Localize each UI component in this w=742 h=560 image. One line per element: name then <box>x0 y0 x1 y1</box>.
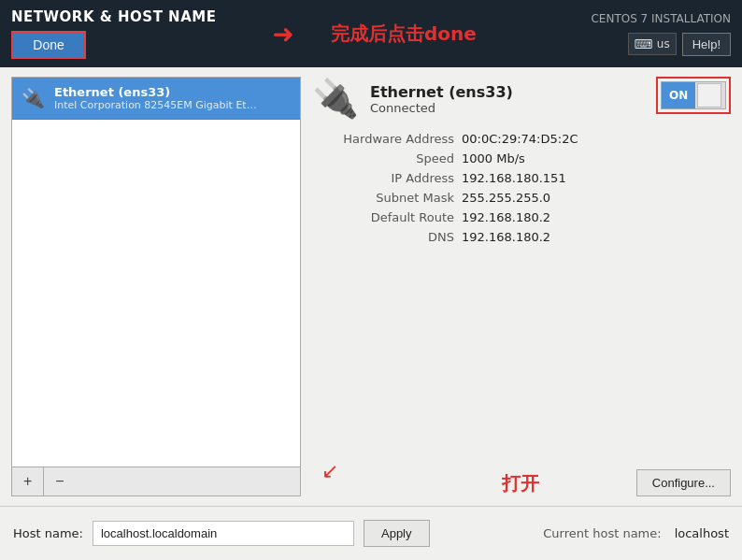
ethernet-detail-icon: 🔌 <box>312 77 359 121</box>
header-annotation: 完成后点击done <box>331 22 477 45</box>
subnet-mask-label: Subnet Mask <box>312 191 462 205</box>
detail-title-block: 🔌 Ethernet (ens33) Connected <box>312 77 513 121</box>
dns-value: 192.168.180.2 <box>462 230 550 244</box>
main-content: 🔌 Ethernet (ens33) Intel Corporation 825… <box>0 67 742 560</box>
detail-status: Connected <box>370 101 513 115</box>
apply-button[interactable]: Apply <box>364 520 430 547</box>
add-network-button[interactable]: + <box>12 467 44 495</box>
speed-row: Speed 1000 Mb/s <box>312 151 731 165</box>
current-hostname-value: localhost <box>675 526 729 540</box>
header-center: ➜ 完成后点击done <box>216 22 591 47</box>
current-hostname-label: Current host name: <box>543 526 661 540</box>
network-item-info: Ethernet (ens33) Intel Corporation 82545… <box>54 85 260 111</box>
header-left: NETWORK & HOST NAME Done <box>11 8 216 59</box>
network-toggle[interactable]: ON <box>661 81 726 109</box>
ethernet-list-icon: 🔌 <box>21 87 45 109</box>
list-item[interactable]: 🔌 Ethernet (ens33) Intel Corporation 825… <box>12 78 300 120</box>
detail-title: Ethernet (ens33) <box>370 83 513 101</box>
ip-address-row: IP Address 192.168.180.151 <box>312 171 731 185</box>
list-actions: + − <box>11 467 301 496</box>
subnet-mask-value: 255.255.255.0 <box>462 191 550 205</box>
hardware-address-label: Hardware Address <box>312 132 462 146</box>
speed-label: Speed <box>312 151 462 165</box>
header: NETWORK & HOST NAME Done ➜ 完成后点击done CEN… <box>0 0 742 67</box>
hardware-address-row: Hardware Address 00:0C:29:74:D5:2C <box>312 132 731 146</box>
arrow-down-icon: ↙ <box>321 459 338 482</box>
hostname-label: Host name: <box>13 526 83 540</box>
network-item-name: Ethernet (ens33) <box>54 85 260 99</box>
done-button[interactable]: Done <box>11 31 86 59</box>
header-controls: ⌨ us Help! <box>628 33 731 56</box>
header-right: CENTOS 7 INSTALLATION ⌨ us Help! <box>591 12 731 56</box>
bottom-bar: Host name: Apply Current host name: loca… <box>0 506 742 560</box>
configure-button[interactable]: Configure... <box>636 469 731 496</box>
toggle-on-label: ON <box>662 82 695 108</box>
dns-label: DNS <box>312 230 462 244</box>
hostname-input[interactable] <box>93 521 354 546</box>
detail-table: Hardware Address 00:0C:29:74:D5:2C Speed… <box>312 132 731 450</box>
help-button[interactable]: Help! <box>682 33 731 56</box>
detail-header: 🔌 Ethernet (ens33) Connected ON <box>312 77 731 121</box>
keyboard-select[interactable]: ⌨ us <box>628 33 677 55</box>
remove-network-button[interactable]: − <box>44 467 75 495</box>
ip-address-label: IP Address <box>312 171 462 185</box>
network-list: 🔌 Ethernet (ens33) Intel Corporation 825… <box>11 77 301 467</box>
default-route-value: 192.168.180.2 <box>462 210 550 224</box>
open-annotation: 打开 <box>502 471 539 496</box>
keyboard-icon: ⌨ <box>635 36 653 51</box>
network-item-desc: Intel Corporation 82545EM Gigabit Ethern… <box>54 99 260 111</box>
arrow-icon: ➜ <box>272 19 293 50</box>
hardware-address-value: 00:0C:29:74:D5:2C <box>462 132 578 146</box>
left-panel: 🔌 Ethernet (ens33) Intel Corporation 825… <box>11 77 301 496</box>
dns-row: DNS 192.168.180.2 <box>312 230 731 244</box>
right-panel: 🔌 Ethernet (ens33) Connected ON Hardware… <box>312 77 731 496</box>
default-route-row: Default Route 192.168.180.2 <box>312 210 731 224</box>
speed-value: 1000 Mb/s <box>462 151 525 165</box>
subnet-mask-row: Subnet Mask 255.255.255.0 <box>312 191 731 205</box>
centos-label: CENTOS 7 INSTALLATION <box>591 12 731 25</box>
toggle-thumb <box>697 83 721 108</box>
default-route-label: Default Route <box>312 210 462 224</box>
page-title: NETWORK & HOST NAME <box>11 8 216 25</box>
ip-address-value: 192.168.180.151 <box>462 171 566 185</box>
detail-title-info: Ethernet (ens33) Connected <box>370 83 513 115</box>
toggle-container: ON <box>656 77 731 114</box>
content-area: 🔌 Ethernet (ens33) Intel Corporation 825… <box>0 67 742 506</box>
keyboard-value: us <box>657 37 670 50</box>
